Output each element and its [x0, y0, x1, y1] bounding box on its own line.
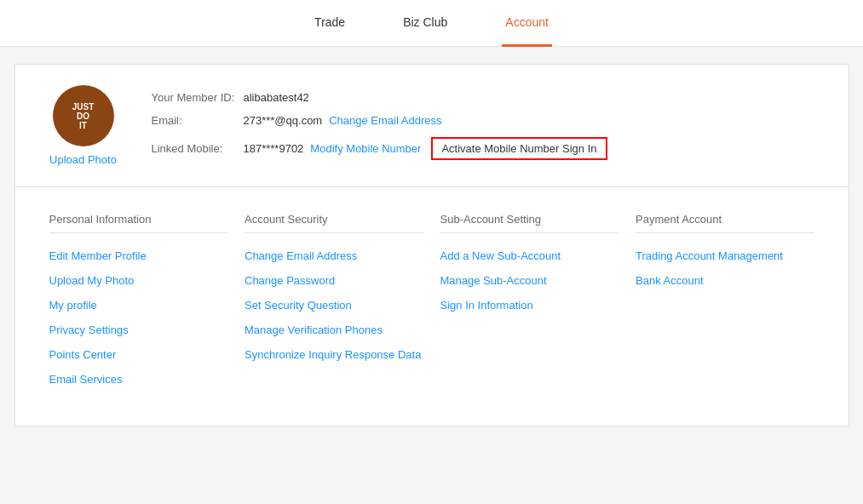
member-id-label: Your Member ID: — [152, 91, 237, 104]
menu-heading-1: Account Security — [245, 213, 423, 233]
menu-heading-3: Payment Account — [636, 213, 814, 233]
menu-heading-2: Sub-Account Setting — [440, 213, 619, 233]
avatar-container: JUSTDOIT Upload Photo — [41, 85, 126, 166]
avatar-text: JUSTDOIT — [72, 102, 95, 130]
upload-photo-link[interactable]: Upload Photo — [49, 153, 117, 166]
menu-item-2-0[interactable]: Add a New Sub-Account — [440, 243, 619, 268]
top-nav: Trade Biz Club Account — [0, 0, 863, 47]
menu-item-0-4[interactable]: Points Center — [49, 342, 228, 367]
menu-section: Personal InformationEdit Member ProfileU… — [15, 187, 849, 426]
menu-heading-0: Personal Information — [49, 213, 228, 233]
menu-item-0-3[interactable]: Privacy Settings — [49, 318, 228, 342]
menu-item-0-1[interactable]: Upload My Photo — [49, 268, 228, 293]
activate-mobile-button[interactable]: Activate Mobile Number Sign In — [431, 137, 607, 160]
profile-info: Your Member ID: alibabatest42 Email: 273… — [152, 91, 607, 160]
email-row: Email: 273***@qq.com Change Email Addres… — [152, 114, 607, 127]
menu-column-3: Payment AccountTrading Account Managemen… — [636, 213, 814, 392]
menu-column-2: Sub-Account SettingAdd a New Sub-Account… — [440, 213, 619, 392]
menu-item-2-2[interactable]: Sign In Information — [440, 293, 619, 318]
change-email-link[interactable]: Change Email Address — [329, 114, 441, 127]
menu-item-1-0[interactable]: Change Email Address — [245, 243, 423, 268]
main-container: JUSTDOIT Upload Photo Your Member ID: al… — [14, 64, 849, 427]
nav-account[interactable]: Account — [502, 0, 552, 47]
menu-item-0-5[interactable]: Email Services — [49, 367, 228, 392]
menu-item-0-2[interactable]: My profile — [49, 293, 228, 318]
profile-section: JUSTDOIT Upload Photo Your Member ID: al… — [15, 65, 849, 187]
email-label: Email: — [152, 114, 237, 127]
linked-mobile-label: Linked Mobile: — [152, 142, 237, 155]
email-value: 273***@qq.com — [244, 114, 323, 127]
member-id-row: Your Member ID: alibabatest42 — [152, 91, 607, 104]
menu-item-3-1[interactable]: Bank Account — [636, 268, 814, 293]
menu-item-1-3[interactable]: Manage Verification Phones — [245, 318, 423, 342]
avatar: JUSTDOIT — [53, 85, 114, 146]
menu-column-0: Personal InformationEdit Member ProfileU… — [49, 213, 228, 392]
nav-trade[interactable]: Trade — [311, 0, 348, 47]
menu-item-3-0[interactable]: Trading Account Management — [636, 243, 814, 268]
mobile-value: 187****9702 — [244, 142, 304, 155]
menu-item-0-0[interactable]: Edit Member Profile — [49, 243, 228, 268]
member-id-value: alibabatest42 — [244, 91, 309, 104]
modify-mobile-link[interactable]: Modify Mobile Number — [310, 142, 421, 155]
menu-item-2-1[interactable]: Manage Sub-Account — [440, 268, 619, 293]
menu-item-1-4[interactable]: Synchronize Inquiry Response Data — [245, 342, 423, 367]
menu-column-1: Account SecurityChange Email AddressChan… — [245, 213, 423, 392]
menu-item-1-1[interactable]: Change Password — [245, 268, 423, 293]
menu-item-1-2[interactable]: Set Security Question — [245, 293, 423, 318]
nav-biz-club[interactable]: Biz Club — [400, 0, 451, 47]
mobile-row: Linked Mobile: 187****9702 Modify Mobile… — [152, 137, 607, 160]
